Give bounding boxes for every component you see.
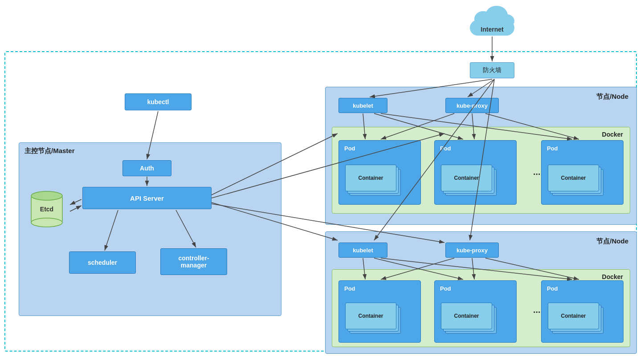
master-node-label: 主控节点/Master [24,147,75,155]
node-top-label: 节点/Node [596,93,628,101]
container-bot-1-label: Container [345,303,396,329]
docker-bottom-label: Docker [602,273,623,280]
firewall-label: 防火墙 [483,66,501,74]
kube-proxy-top-box: kube-proxy [445,98,499,113]
etcd-svg: Etcd [27,187,69,231]
container-bot-2-label: Container [441,303,492,329]
pod-bot-2: Pod Container [434,280,517,343]
pod-top-2: Pod Container [434,140,517,205]
dots-bottom: ... [533,305,541,315]
pod-top-1-label: Pod [344,145,355,152]
kubelet-bottom-box: kubelet [338,243,387,258]
pod-bot-2-label: Pod [440,285,451,292]
diagram-container: Internet 防火墙 kubectl 主控节点/Master Auth AP… [0,0,644,356]
controller-manager-box: controller-manager [160,248,227,275]
firewall-box: 防火墙 [470,62,514,78]
kube-proxy-bottom-box: kube-proxy [445,243,499,258]
kubelet-top-label: kubelet [353,102,373,109]
svg-text:Etcd: Etcd [40,206,53,213]
svg-point-1 [31,191,62,200]
kubectl-label: kubectl [147,98,169,105]
kube-proxy-top-label: kube-proxy [457,102,488,109]
svg-point-2 [31,218,62,227]
scheduler-box: scheduler [69,251,136,274]
container-top-1-label: Container [345,165,396,191]
node-bottom-label: 节点/Node [596,237,628,246]
apiserver-box: API Server [82,187,212,209]
container-top-3-label: Container [548,165,599,191]
kubelet-bottom-label: kubelet [353,247,373,254]
auth-label: Auth [140,165,154,172]
pod-top-3: Pod Container [541,140,624,205]
controller-label: controller-manager [178,255,209,269]
internet-label: Internet [465,26,519,33]
container-bot-3-label: Container [548,303,599,329]
scheduler-label: scheduler [88,259,117,266]
pod-bot-3-label: Pod [547,285,558,292]
pod-bot-1-label: Pod [344,285,355,292]
pod-top-3-label: Pod [547,145,558,152]
kubectl-box: kubectl [125,93,192,110]
dots-top: ... [533,167,541,177]
auth-box: Auth [122,160,171,176]
kubelet-top-box: kubelet [338,98,387,113]
internet-cloud: Internet [463,9,521,38]
pod-top-1: Pod Container [338,140,421,205]
container-top-2-label: Container [441,165,492,191]
pod-bot-1: Pod Container [338,280,421,343]
kube-proxy-bottom-label: kube-proxy [457,247,488,254]
pod-bot-3: Pod Container [541,280,624,343]
pod-top-2-label: Pod [440,145,451,152]
docker-top-label: Docker [602,131,623,138]
apiserver-label: API Server [130,194,164,202]
